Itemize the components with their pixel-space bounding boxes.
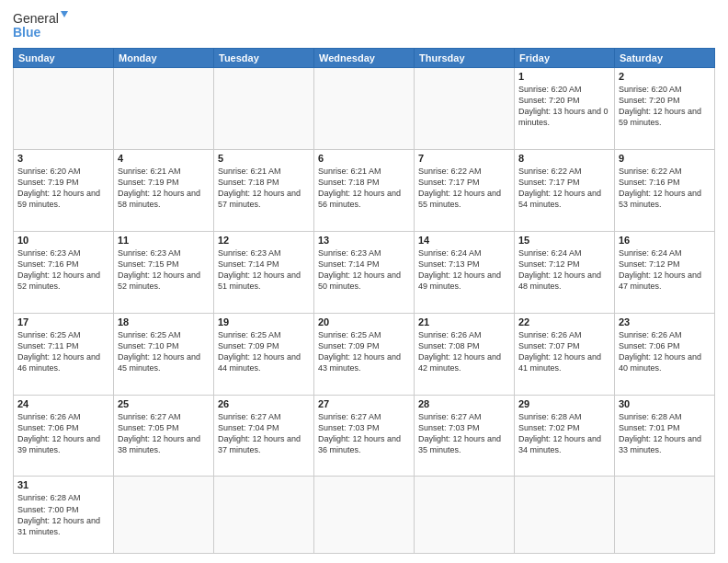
calendar-cell bbox=[214, 477, 314, 554]
day-info: Sunrise: 6:28 AM Sunset: 7:00 PM Dayligh… bbox=[17, 492, 109, 537]
day-info: Sunrise: 6:23 AM Sunset: 7:16 PM Dayligh… bbox=[17, 247, 109, 293]
day-info: Sunrise: 6:25 AM Sunset: 7:09 PM Dayligh… bbox=[218, 329, 310, 374]
calendar-cell: 20Sunrise: 6:25 AM Sunset: 7:09 PM Dayli… bbox=[314, 313, 415, 395]
calendar-cell: 12Sunrise: 6:23 AM Sunset: 7:14 PM Dayli… bbox=[214, 231, 314, 313]
generalblue-logo-icon: General Blue bbox=[13, 9, 68, 42]
calendar-cell bbox=[415, 68, 515, 150]
weekday-header-row: SundayMondayTuesdayWednesdayThursdayFrid… bbox=[14, 49, 715, 68]
calendar-cell: 8Sunrise: 6:22 AM Sunset: 7:17 PM Daylig… bbox=[515, 149, 615, 231]
calendar-table: SundayMondayTuesdayWednesdayThursdayFrid… bbox=[13, 48, 715, 554]
calendar-cell: 11Sunrise: 6:23 AM Sunset: 7:15 PM Dayli… bbox=[114, 231, 214, 313]
calendar-cell: 29Sunrise: 6:28 AM Sunset: 7:02 PM Dayli… bbox=[515, 395, 615, 477]
day-info: Sunrise: 6:23 AM Sunset: 7:14 PM Dayligh… bbox=[318, 247, 410, 293]
calendar-cell: 19Sunrise: 6:25 AM Sunset: 7:09 PM Dayli… bbox=[214, 313, 314, 395]
calendar-cell: 24Sunrise: 6:26 AM Sunset: 7:06 PM Dayli… bbox=[14, 395, 114, 477]
day-info: Sunrise: 6:26 AM Sunset: 7:08 PM Dayligh… bbox=[418, 329, 510, 374]
day-info: Sunrise: 6:25 AM Sunset: 7:11 PM Dayligh… bbox=[17, 329, 109, 374]
week-row-6: 31Sunrise: 6:28 AM Sunset: 7:00 PM Dayli… bbox=[14, 477, 715, 554]
weekday-header-thursday: Thursday bbox=[415, 49, 515, 68]
weekday-header-tuesday: Tuesday bbox=[214, 49, 314, 68]
weekday-header-monday: Monday bbox=[114, 49, 214, 68]
day-number: 7 bbox=[418, 153, 510, 164]
calendar-cell: 31Sunrise: 6:28 AM Sunset: 7:00 PM Dayli… bbox=[14, 477, 114, 554]
calendar-cell bbox=[615, 477, 715, 554]
day-number: 20 bbox=[318, 316, 410, 327]
day-number: 27 bbox=[318, 398, 410, 409]
day-info: Sunrise: 6:28 AM Sunset: 7:02 PM Dayligh… bbox=[518, 411, 610, 456]
calendar-cell: 6Sunrise: 6:21 AM Sunset: 7:18 PM Daylig… bbox=[314, 149, 415, 231]
calendar-cell: 2Sunrise: 6:20 AM Sunset: 7:20 PM Daylig… bbox=[615, 68, 715, 150]
week-row-5: 24Sunrise: 6:26 AM Sunset: 7:06 PM Dayli… bbox=[14, 395, 715, 477]
calendar-cell: 4Sunrise: 6:21 AM Sunset: 7:19 PM Daylig… bbox=[114, 149, 214, 231]
day-number: 14 bbox=[418, 235, 510, 246]
calendar-cell: 14Sunrise: 6:24 AM Sunset: 7:13 PM Dayli… bbox=[415, 231, 515, 313]
svg-text:Blue: Blue bbox=[13, 25, 41, 40]
header: General Blue bbox=[13, 9, 715, 42]
day-number: 21 bbox=[418, 316, 510, 327]
calendar-cell bbox=[114, 477, 214, 554]
week-row-2: 3Sunrise: 6:20 AM Sunset: 7:19 PM Daylig… bbox=[14, 149, 715, 231]
day-info: Sunrise: 6:24 AM Sunset: 7:13 PM Dayligh… bbox=[418, 247, 510, 293]
day-number: 3 bbox=[17, 153, 109, 164]
weekday-header-sunday: Sunday bbox=[14, 49, 114, 68]
day-info: Sunrise: 6:20 AM Sunset: 7:19 PM Dayligh… bbox=[17, 166, 109, 211]
logo: General Blue bbox=[13, 9, 68, 42]
calendar-cell: 15Sunrise: 6:24 AM Sunset: 7:12 PM Dayli… bbox=[515, 231, 615, 313]
calendar-cell bbox=[314, 477, 415, 554]
day-number: 12 bbox=[218, 235, 310, 246]
svg-marker-2 bbox=[61, 11, 68, 17]
day-info: Sunrise: 6:24 AM Sunset: 7:12 PM Dayligh… bbox=[619, 247, 711, 293]
calendar-cell bbox=[214, 68, 314, 150]
calendar-cell bbox=[515, 477, 615, 554]
day-number: 6 bbox=[318, 153, 410, 164]
day-info: Sunrise: 6:26 AM Sunset: 7:07 PM Dayligh… bbox=[518, 329, 610, 374]
day-info: Sunrise: 6:27 AM Sunset: 7:03 PM Dayligh… bbox=[318, 411, 410, 456]
day-number: 18 bbox=[118, 316, 210, 327]
day-info: Sunrise: 6:28 AM Sunset: 7:01 PM Dayligh… bbox=[619, 411, 711, 456]
svg-text:General: General bbox=[13, 11, 59, 26]
calendar-cell bbox=[415, 477, 515, 554]
page: General Blue SundayMondayTuesdayWednesda… bbox=[0, 0, 728, 563]
day-info: Sunrise: 6:22 AM Sunset: 7:17 PM Dayligh… bbox=[418, 166, 510, 211]
calendar-cell bbox=[314, 68, 415, 150]
day-number: 4 bbox=[118, 153, 210, 164]
day-info: Sunrise: 6:25 AM Sunset: 7:10 PM Dayligh… bbox=[118, 329, 210, 374]
day-info: Sunrise: 6:23 AM Sunset: 7:14 PM Dayligh… bbox=[218, 247, 310, 293]
calendar-cell: 13Sunrise: 6:23 AM Sunset: 7:14 PM Dayli… bbox=[314, 231, 415, 313]
calendar-cell: 25Sunrise: 6:27 AM Sunset: 7:05 PM Dayli… bbox=[114, 395, 214, 477]
day-info: Sunrise: 6:22 AM Sunset: 7:16 PM Dayligh… bbox=[619, 166, 711, 211]
calendar-cell: 10Sunrise: 6:23 AM Sunset: 7:16 PM Dayli… bbox=[14, 231, 114, 313]
day-info: Sunrise: 6:22 AM Sunset: 7:17 PM Dayligh… bbox=[518, 166, 610, 211]
calendar-cell: 21Sunrise: 6:26 AM Sunset: 7:08 PM Dayli… bbox=[415, 313, 515, 395]
day-number: 19 bbox=[218, 316, 310, 327]
day-number: 22 bbox=[518, 316, 610, 327]
day-info: Sunrise: 6:27 AM Sunset: 7:05 PM Dayligh… bbox=[118, 411, 210, 456]
weekday-header-wednesday: Wednesday bbox=[314, 49, 415, 68]
calendar-cell: 23Sunrise: 6:26 AM Sunset: 7:06 PM Dayli… bbox=[615, 313, 715, 395]
calendar-cell: 17Sunrise: 6:25 AM Sunset: 7:11 PM Dayli… bbox=[14, 313, 114, 395]
calendar-cell: 22Sunrise: 6:26 AM Sunset: 7:07 PM Dayli… bbox=[515, 313, 615, 395]
day-number: 9 bbox=[619, 153, 711, 164]
day-number: 31 bbox=[17, 479, 109, 490]
day-info: Sunrise: 6:27 AM Sunset: 7:03 PM Dayligh… bbox=[418, 411, 510, 456]
day-number: 24 bbox=[17, 398, 109, 409]
day-info: Sunrise: 6:21 AM Sunset: 7:19 PM Dayligh… bbox=[118, 166, 210, 211]
day-info: Sunrise: 6:20 AM Sunset: 7:20 PM Dayligh… bbox=[619, 84, 711, 129]
day-number: 10 bbox=[17, 235, 109, 246]
day-number: 25 bbox=[118, 398, 210, 409]
calendar-cell: 30Sunrise: 6:28 AM Sunset: 7:01 PM Dayli… bbox=[615, 395, 715, 477]
calendar-cell bbox=[114, 68, 214, 150]
calendar-cell: 27Sunrise: 6:27 AM Sunset: 7:03 PM Dayli… bbox=[314, 395, 415, 477]
day-info: Sunrise: 6:27 AM Sunset: 7:04 PM Dayligh… bbox=[218, 411, 310, 456]
calendar-cell: 3Sunrise: 6:20 AM Sunset: 7:19 PM Daylig… bbox=[14, 149, 114, 231]
day-number: 11 bbox=[118, 235, 210, 246]
weekday-header-friday: Friday bbox=[515, 49, 615, 68]
day-number: 2 bbox=[619, 71, 711, 82]
day-info: Sunrise: 6:25 AM Sunset: 7:09 PM Dayligh… bbox=[318, 329, 410, 374]
day-info: Sunrise: 6:20 AM Sunset: 7:20 PM Dayligh… bbox=[518, 84, 610, 129]
calendar-cell: 9Sunrise: 6:22 AM Sunset: 7:16 PM Daylig… bbox=[615, 149, 715, 231]
day-number: 5 bbox=[218, 153, 310, 164]
day-info: Sunrise: 6:21 AM Sunset: 7:18 PM Dayligh… bbox=[318, 166, 410, 211]
day-info: Sunrise: 6:24 AM Sunset: 7:12 PM Dayligh… bbox=[518, 247, 610, 293]
day-number: 23 bbox=[619, 316, 711, 327]
